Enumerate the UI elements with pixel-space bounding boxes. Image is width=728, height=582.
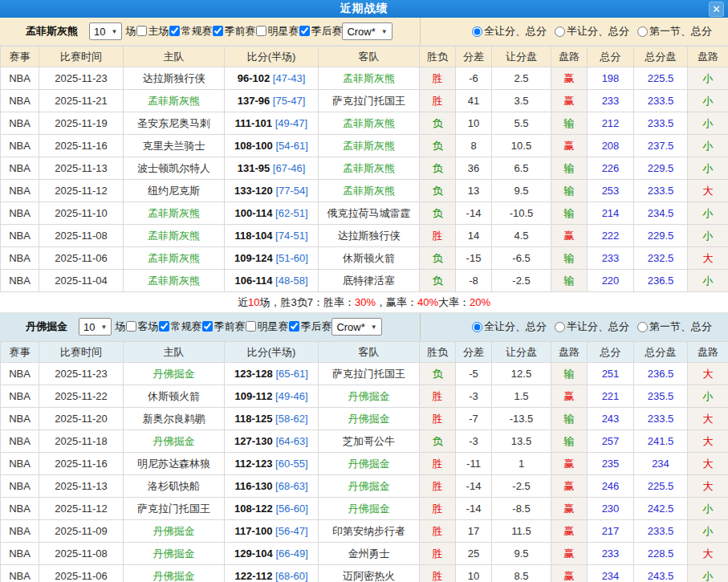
chevron-down-icon: ▼ [111,28,117,35]
home-team-cell: 波士顿凯尔特人 [124,157,225,180]
checkbox-input-allstar[interactable] [246,321,256,332]
radio-input-first-quarter-total[interactable] [637,322,648,332]
checkbox-input-regular-season[interactable] [159,321,169,332]
checkbox-label: 常规赛 [170,319,201,334]
result-cell: 胜 [420,453,456,475]
column-header: 比赛时间 [39,47,124,67]
checkbox-input-home-games[interactable] [136,26,147,36]
game-type-select[interactable]: Crow* ▼ [331,318,381,336]
filter-checkboxes: 客场常规赛季前赛明星赛季后赛 [125,319,331,335]
radio-input-full-handicap-total[interactable] [472,26,482,37]
games-count-select[interactable]: 10 ▼ [79,318,112,336]
handicap-result-cell: 赢 [551,385,588,408]
date-cell: 2025-11-06 [39,565,124,582]
column-header: 让分盘 [492,342,551,363]
over-under-cell: 小 [688,112,728,135]
chevron-down-icon: ▼ [381,28,388,35]
final-score: 127-130 [234,435,273,447]
result-cell: 胜 [420,565,456,582]
checkbox-preseason[interactable]: 季前赛 [212,24,255,39]
total-cell: 226 [588,157,634,180]
game-type-select[interactable]: Crow* ▼ [342,22,392,40]
game-row: NBA2025-11-21孟菲斯灰熊137-96 [75-47]萨克拉门托国王胜… [1,90,728,112]
final-score: 129-104 [234,547,273,560]
game-row: NBA2025-11-23达拉斯独行侠96-102 [47-43]孟菲斯灰熊胜-… [1,67,728,90]
date-cell: 2025-11-13 [39,157,124,180]
games-count-select[interactable]: 10 ▼ [89,22,122,40]
diff-cell: -8 [456,270,492,292]
date-cell: 2025-11-12 [39,498,124,520]
total-line-cell: 237.5 [634,135,688,157]
checkbox-input-playoffs[interactable] [299,26,310,36]
total-cell: 212 [588,112,634,135]
halftime-score: [65-61] [275,368,307,380]
diff-cell: -15 [456,247,492,270]
checkbox-regular-season[interactable]: 常规赛 [169,24,212,39]
close-icon[interactable]: ✕ [709,2,724,17]
total-line-cell: 233.5 [634,520,688,543]
checkbox-regular-season[interactable]: 常规赛 [158,319,201,334]
game-row: NBA2025-11-22休斯顿火箭109-112 [49-46]丹佛掘金胜-3… [1,385,728,408]
radio-full-handicap-total[interactable]: 全让分、总分 [472,319,547,334]
summary-segment: 20% [470,296,490,308]
home-team-cell: 克里夫兰骑士 [124,135,225,157]
home-team-cell: 萨克拉门托国王 [124,498,225,520]
checkbox-away-games[interactable]: 客场 [125,319,158,334]
radio-half-handicap-total[interactable]: 半让分、总分 [555,24,629,39]
checkbox-playoffs[interactable]: 季后赛 [288,319,331,334]
checkbox-input-regular-season[interactable] [169,26,180,36]
checkbox-allstar[interactable]: 明星赛 [245,319,288,334]
date-cell: 2025-11-16 [39,453,124,475]
radio-input-first-quarter-total[interactable] [637,26,648,37]
radio-input-half-handicap-total[interactable] [555,322,565,332]
game-row: NBA2025-11-16克里夫兰骑士108-100 [54-61]孟菲斯灰熊负… [1,135,728,157]
radio-full-handicap-total[interactable]: 全让分、总分 [472,24,547,39]
radio-input-full-handicap-total[interactable] [472,322,482,332]
result-cell: 胜 [420,543,456,565]
final-score: 108-100 [234,140,273,152]
checkbox-input-preseason[interactable] [202,321,213,332]
over-under-cell: 大 [688,453,728,475]
handicap-result-cell: 输 [551,430,588,453]
home-team-cell: 孟菲斯灰熊 [124,225,225,247]
result-cell: 胜 [420,520,456,543]
league-cell: NBA [1,565,39,582]
checkbox-input-allstar[interactable] [256,26,266,36]
total-line-cell: 225.5 [634,475,688,498]
radio-first-quarter-total[interactable]: 第一节、总分 [637,24,712,39]
games-count-value: 10 [94,26,105,38]
diff-cell: -3 [456,430,492,453]
checkbox-input-playoffs[interactable] [289,321,299,332]
total-cell: 251 [588,363,634,385]
diff-cell: 10 [456,565,492,582]
checkbox-playoffs[interactable]: 季后赛 [299,24,342,39]
game-row: NBA2025-11-08丹佛掘金129-104 [66-49]金州勇士胜259… [1,543,728,565]
date-cell: 2025-11-23 [39,67,124,90]
total-cell: 257 [588,430,634,453]
halftime-score: [56-60] [275,503,307,515]
chevron-down-icon: ▼ [100,324,107,331]
radio-input-half-handicap-total[interactable] [555,26,565,37]
checkbox-home-games[interactable]: 主场 [136,24,169,39]
score-cell: 109-112 [49-46] [225,385,319,408]
checkbox-preseason[interactable]: 季前赛 [201,319,245,334]
record-summary: 近 10 场，胜3负7：胜率：30%，赢率：40% 大率：20% [0,292,728,313]
stat-mode-radios: 全让分、总分半让分、总分第一节、总分 [420,18,728,45]
radio-first-quarter-total[interactable]: 第一节、总分 [637,319,712,334]
over-under-cell: 小 [688,135,728,157]
final-score: 123-128 [234,368,273,380]
handicap-result-cell: 赢 [551,565,588,582]
halftime-score: [49-46] [275,390,307,402]
column-header: 比赛时间 [39,342,124,363]
radio-half-handicap-total[interactable]: 半让分、总分 [555,319,629,334]
game-row: NBA2025-11-09丹佛掘金117-100 [56-47]印第安纳步行者胜… [1,520,728,543]
over-under-cell: 小 [688,498,728,520]
handicap-cell: 10.5 [492,135,551,157]
away-team-cell: 俄克拉荷马城雷霆 [319,202,420,225]
checkbox-input-preseason[interactable] [213,26,223,36]
checkbox-input-away-games[interactable] [126,321,136,332]
checkbox-allstar[interactable]: 明星赛 [255,24,299,39]
handicap-cell: -2.5 [492,270,551,292]
halftime-score: [54-61] [275,140,307,152]
final-score: 117-100 [234,525,272,537]
